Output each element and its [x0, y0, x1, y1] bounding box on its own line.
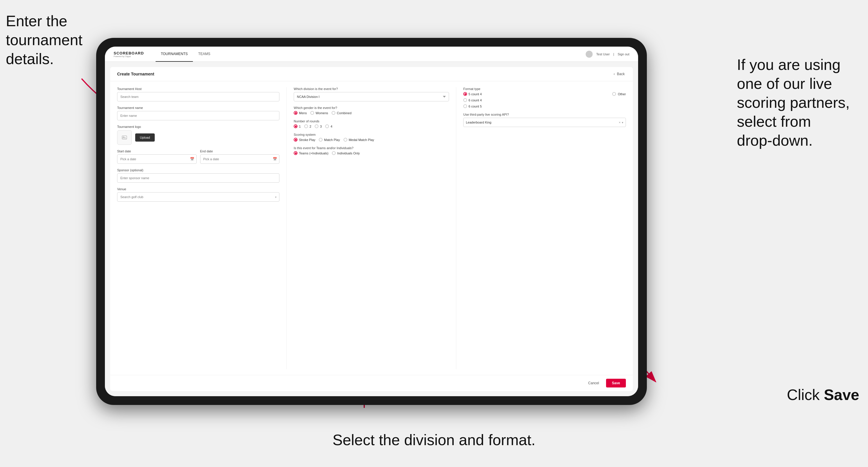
end-date-group: End date 📅	[200, 150, 280, 164]
format-5count4[interactable]: 5 count 4	[463, 92, 482, 96]
rounds-radio-group: 1 2 3	[294, 124, 449, 128]
rounds-1[interactable]: 1	[294, 124, 301, 128]
gender-radio-group: Mens Womens Combined	[294, 111, 449, 115]
rounds-label: Number of rounds	[294, 119, 449, 123]
format-5count4-radio[interactable]	[463, 92, 467, 96]
scoring-group: Scoring system Stroke Play Match Play	[294, 133, 449, 142]
gender-combined[interactable]: Combined	[332, 111, 351, 115]
teams-label: Is this event for Teams and/or Individua…	[294, 146, 449, 150]
format-6count4-radio[interactable]	[463, 98, 467, 102]
tournament-logo-label: Tournament logo	[117, 125, 279, 128]
gender-mens-radio[interactable]	[294, 111, 298, 115]
live-scoring-label: Use third-party live scoring API?	[463, 113, 626, 116]
format-5count4-label: 5 count 4	[468, 92, 482, 96]
calendar-icon-end: 📅	[273, 157, 277, 161]
format-5count4-item: 5 count 4	[463, 92, 482, 96]
cancel-button[interactable]: Cancel	[584, 379, 603, 387]
tournament-name-input[interactable]	[117, 111, 279, 120]
start-date-input[interactable]	[117, 154, 197, 164]
scoring-label: Scoring system	[294, 133, 449, 136]
division-select-wrap: NCAA Division I	[294, 92, 449, 101]
brand-title: SCOREBOARD	[114, 51, 144, 55]
rounds-4-radio[interactable]	[325, 124, 329, 128]
scoring-match-play[interactable]: Match Play	[319, 138, 340, 142]
tournament-host-input[interactable]	[117, 92, 279, 101]
scoring-medal-radio[interactable]	[344, 138, 347, 142]
format-6count4[interactable]: 6 count 4	[463, 98, 626, 102]
sponsor-label: Sponsor (optional)	[117, 168, 279, 172]
gender-womens-radio[interactable]	[310, 111, 314, 115]
annotation-top-right: If you are using one of our live scoring…	[737, 55, 859, 150]
user-avatar	[586, 51, 593, 58]
venue-chevron-icon: ▾	[275, 195, 277, 199]
scoring-stroke-label: Stroke Play	[299, 138, 315, 142]
scoring-stroke-play[interactable]: Stroke Play	[294, 138, 315, 142]
tab-teams[interactable]: TEAMS	[193, 46, 215, 62]
gender-combined-label: Combined	[337, 111, 351, 115]
individuals-only[interactable]: Individuals Only	[332, 151, 360, 155]
venue-input[interactable]	[117, 192, 279, 201]
back-text: Back	[617, 72, 625, 76]
teams-plus-individuals[interactable]: Teams (+Individuals)	[294, 151, 329, 155]
format-6count5-label: 6 count 5	[468, 104, 482, 108]
gender-mens-label: Mens	[299, 111, 307, 115]
start-date-group: Start date 📅	[117, 150, 197, 164]
rounds-1-radio[interactable]	[294, 124, 298, 128]
upload-button[interactable]: Upload	[135, 133, 155, 142]
brand: SCOREBOARD Powered by Clippd	[114, 51, 144, 57]
content-area: Create Tournament ‹ Back Tournament Host	[105, 62, 638, 396]
gender-mens[interactable]: Mens	[294, 111, 307, 115]
format-type-group: Format type 5 count 4	[463, 87, 626, 108]
division-select[interactable]: NCAA Division I	[294, 92, 449, 101]
gender-combined-radio[interactable]	[332, 111, 335, 115]
scoring-medal-label: Medal Match Play	[349, 138, 374, 142]
live-scoring-clear-button[interactable]: ×	[619, 121, 621, 124]
division-group: Which division is the event for? NCAA Di…	[294, 87, 449, 101]
back-chevron: ‹	[614, 72, 615, 76]
individuals-radio[interactable]	[332, 151, 336, 155]
live-scoring-section: Use third-party live scoring API? Leader…	[463, 113, 626, 127]
format-6count4-label: 6 count 4	[468, 98, 482, 102]
tournament-name-group: Tournament name	[117, 106, 279, 120]
start-date-wrap: 📅	[117, 154, 197, 164]
create-tournament-panel: Create Tournament ‹ Back Tournament Host	[110, 67, 633, 391]
venue-label: Venue	[117, 187, 279, 191]
back-link[interactable]: ‹ Back	[614, 72, 626, 76]
scoring-match-radio[interactable]	[319, 138, 322, 142]
format-6count5-radio[interactable]	[463, 104, 467, 108]
sign-out-link[interactable]: Sign out	[618, 53, 629, 56]
click-save-prefix: Click	[787, 386, 824, 403]
rounds-2-radio[interactable]	[304, 124, 308, 128]
save-button[interactable]: Save	[606, 379, 626, 387]
teams-radio[interactable]	[294, 151, 298, 155]
tablet-screen: SCOREBOARD Powered by Clippd TOURNAMENTS…	[105, 46, 638, 396]
calendar-icon-start: 📅	[190, 157, 194, 161]
rounds-group: Number of rounds 1 2	[294, 119, 449, 128]
scoring-match-label: Match Play	[324, 138, 340, 142]
live-scoring-select[interactable]: Leaderboard King × ▾	[463, 118, 626, 127]
annotation-top-left: Enter the tournament details.	[6, 12, 93, 68]
tournament-host-group: Tournament Host	[117, 87, 279, 101]
sponsor-input[interactable]	[117, 173, 279, 183]
venue-group: Venue ▾	[117, 187, 279, 201]
format-other[interactable]: Other	[612, 92, 626, 96]
rounds-3-label: 3	[320, 125, 322, 128]
panel-title: Create Tournament	[117, 72, 154, 76]
format-other-label: Other	[618, 92, 626, 96]
gender-womens-label: Womens	[315, 111, 328, 115]
live-scoring-chevron-icon: ▾	[622, 121, 623, 124]
user-name: Test User	[596, 53, 610, 56]
gender-womens[interactable]: Womens	[310, 111, 328, 115]
rounds-4[interactable]: 4	[325, 124, 332, 128]
panel-footer: Cancel Save	[110, 375, 633, 391]
scoring-stroke-radio[interactable]	[294, 138, 298, 142]
rounds-3[interactable]: 3	[315, 124, 322, 128]
scoring-medal-match[interactable]: Medal Match Play	[344, 138, 374, 142]
end-date-input[interactable]	[200, 154, 280, 164]
format-other-radio[interactable]	[612, 92, 616, 96]
individuals-label: Individuals Only	[337, 152, 360, 155]
tab-tournaments[interactable]: TOURNAMENTS	[156, 46, 193, 62]
rounds-3-radio[interactable]	[315, 124, 318, 128]
rounds-2[interactable]: 2	[304, 124, 311, 128]
format-6count5[interactable]: 6 count 5	[463, 104, 626, 108]
